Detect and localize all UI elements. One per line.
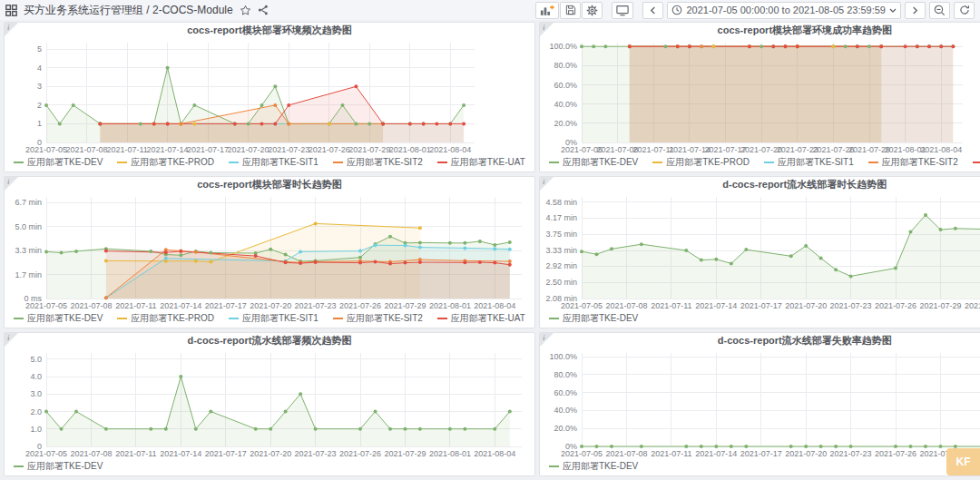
legend-item[interactable]: 应用部署TKE-SIT1 — [229, 156, 318, 169]
save-dashboard-button[interactable] — [560, 2, 581, 19]
legend-series-label: 应用部署TKE-SIT2 — [347, 312, 423, 325]
svg-text:2021-08-04: 2021-08-04 — [429, 145, 471, 154]
svg-text:5.0 min: 5.0 min — [15, 222, 42, 231]
svg-text:2021-08-01: 2021-08-01 — [429, 301, 471, 310]
refresh-dashboard-button[interactable] — [954, 2, 975, 19]
svg-text:2021-07-26: 2021-07-26 — [339, 301, 381, 310]
legend-item[interactable]: 应用部署TKE-DEV — [14, 312, 103, 325]
add-panel-button[interactable] — [535, 2, 559, 19]
time-range-forward-button[interactable] — [905, 2, 926, 19]
svg-text:2021-07-05: 2021-07-05 — [561, 449, 603, 458]
legend-series-dash-icon — [549, 318, 559, 319]
legend-item[interactable]: 应用部署TKE-PROD — [117, 156, 214, 169]
legend-series-dash-icon — [229, 162, 239, 163]
panel-info-corner[interactable]: i — [540, 333, 554, 347]
svg-text:2021-07-26: 2021-07-26 — [875, 449, 916, 458]
panel-title[interactable]: cocs-report模块部署环境成功率趋势图 — [540, 23, 980, 37]
info-icon: i — [7, 23, 10, 32]
legend-series-dash-icon — [764, 162, 774, 163]
dashboard-settings-button[interactable] — [582, 2, 603, 19]
panel-title[interactable]: d-cocs-report流水线部署时长趋势图 — [540, 177, 980, 191]
chart-pipeline-deploy-frequency[interactable]: 01.02.03.04.05.02021-07-052021-07-082021… — [5, 348, 534, 460]
svg-text:2.50 min: 2.50 min — [545, 278, 577, 287]
cycle-view-mode-button[interactable] — [612, 2, 633, 19]
legend-series-label: 应用部署TKE-DEV — [563, 312, 638, 325]
legend-series-label: 应用部署TKE-SIT1 — [242, 156, 318, 169]
chevron-down-icon — [889, 8, 897, 13]
legend-item[interactable]: 应用部署TKE-SIT2 — [333, 312, 423, 325]
add-panel-icon — [540, 5, 554, 16]
svg-text:2021-07-23: 2021-07-23 — [829, 301, 871, 310]
legend-series-dash-icon — [14, 465, 24, 467]
chart-module-deploy-env-success-rate[interactable]: 0%20.0%40.0%60.0%80.0%100.0%2021-07-0520… — [540, 37, 980, 156]
legend: 应用部署TKE-DEV应用部署TKE-PROD应用部署TKE-SIT1应用部署T… — [5, 312, 534, 328]
kf-badge[interactable]: KF — [946, 448, 980, 475]
legend-item[interactable]: 应用部署TKE-DEV — [14, 460, 103, 473]
legend-series-dash-icon — [333, 162, 343, 163]
legend-item[interactable]: 应用部署TKE-PROD — [652, 156, 750, 169]
breadcrumb: 买方业务系统运行管理组 / 2-COCS-Module — [5, 3, 269, 18]
panel-title[interactable]: d-cocs-report流水线部署频次趋势图 — [5, 333, 534, 348]
chart-module-deploy-env-frequency[interactable]: 0123452021-07-052021-07-082021-07-112021… — [5, 37, 534, 156]
svg-text:2021-07-20: 2021-07-20 — [228, 145, 270, 154]
share-icon[interactable] — [258, 5, 269, 15]
tv-monitor-icon — [616, 5, 629, 16]
panel-info-corner[interactable]: i — [540, 177, 554, 191]
panel-title[interactable]: cocs-report模块部署环境频次趋势图 — [5, 23, 534, 37]
legend-item[interactable]: 应用部署TKE-SIT1 — [229, 312, 318, 325]
svg-text:4: 4 — [37, 64, 42, 73]
svg-text:2021-07-23: 2021-07-23 — [268, 145, 309, 154]
svg-text:2021-07-29: 2021-07-29 — [384, 449, 426, 458]
panel-title[interactable]: cocs-report模块部署时长趋势图 — [5, 177, 534, 191]
legend-item[interactable]: 应用部署TKE-PROD — [117, 312, 214, 325]
time-range-back-button[interactable] — [642, 2, 663, 19]
dashboard-title[interactable]: 买方业务系统运行管理组 / 2-COCS-Module — [24, 3, 233, 18]
chart-module-deploy-duration[interactable]: 0 ms1.7 min3.3 min5.0 min6.7 min2021-07-… — [5, 191, 534, 312]
svg-text:4.0: 4.0 — [30, 372, 42, 381]
panel-title[interactable]: d-cocs-report流水线部署失败率趋势图 — [540, 333, 980, 348]
svg-text:2021-07-11: 2021-07-11 — [115, 301, 156, 310]
legend-item[interactable]: 应用部署TKE-DEV — [549, 312, 638, 325]
legend-item[interactable]: 应用部署TKE-UAT — [437, 312, 525, 325]
chart-pipeline-deploy-duration[interactable]: 2.08 min2.50 min2.92 min3.33 min3.75 min… — [540, 191, 980, 312]
svg-text:2021-07-14: 2021-07-14 — [147, 145, 189, 154]
legend-item[interactable]: 应用部署TKE-SIT2 — [868, 156, 958, 169]
panel-info-corner[interactable]: i — [5, 333, 18, 347]
chart-pipeline-deploy-failure-rate[interactable]: 0%20.0%40.0%60.0%80.0%100.0%2021-07-0520… — [540, 348, 980, 460]
panel-info-corner[interactable]: i — [540, 23, 554, 36]
legend-item[interactable]: 应用部署TKE-SIT2 — [333, 156, 423, 169]
panel-info-corner[interactable]: i — [5, 23, 18, 36]
svg-text:2021-07-20: 2021-07-20 — [785, 301, 827, 310]
zoom-out-time-button[interactable] — [929, 2, 950, 19]
svg-text:20.0%: 20.0% — [554, 119, 577, 128]
panel-module-deploy-env-frequency: i cocs-report模块部署环境频次趋势图 0123452021-07-0… — [4, 22, 535, 172]
legend-series-label: 应用部署TKE-DEV — [563, 156, 638, 169]
svg-text:3.75 min: 3.75 min — [545, 230, 577, 239]
legend-item[interactable]: 应用部署TKE-DEV — [549, 156, 638, 169]
legend: 应用部署TKE-DEV应用部署TKE-PROD应用部署TKE-SIT1应用部署T… — [5, 156, 534, 171]
panel-module-deploy-duration: i cocs-report模块部署时长趋势图 0 ms1.7 min3.3 mi… — [4, 176, 535, 328]
legend-series-label: 应用部署TKE-DEV — [27, 312, 103, 325]
svg-text:2021-07-20: 2021-07-20 — [785, 449, 827, 458]
legend-item[interactable]: 应用部署TKE-UAT — [973, 156, 980, 169]
svg-text:2021-07-17: 2021-07-17 — [740, 449, 782, 458]
star-icon[interactable] — [240, 5, 251, 16]
svg-text:40.0%: 40.0% — [554, 100, 577, 109]
svg-text:2021-07-17: 2021-07-17 — [205, 301, 247, 310]
legend-series-label: 应用部署TKE-PROD — [666, 156, 750, 169]
time-range-picker[interactable]: 2021-07-05 00:00:00 to 2021-08-05 23:59:… — [667, 2, 901, 19]
legend-item[interactable]: 应用部署TKE-UAT — [437, 156, 525, 169]
legend-item[interactable]: 应用部署TKE-DEV — [549, 460, 638, 473]
svg-text:2021-07-17: 2021-07-17 — [205, 449, 247, 458]
legend-series-label: 应用部署TKE-SIT1 — [778, 156, 854, 169]
panel-info-corner[interactable]: i — [5, 177, 18, 191]
svg-text:2021-07-14: 2021-07-14 — [695, 301, 737, 310]
legend-series-dash-icon — [652, 162, 662, 163]
svg-text:80.0%: 80.0% — [554, 370, 577, 379]
legend-item[interactable]: 应用部署TKE-SIT1 — [764, 156, 854, 169]
legend-series-dash-icon — [549, 465, 559, 467]
svg-text:4.17 min: 4.17 min — [545, 213, 577, 222]
chevron-right-icon — [912, 6, 918, 15]
svg-text:2021-07-11: 2021-07-11 — [651, 301, 691, 310]
legend-item[interactable]: 应用部署TKE-DEV — [14, 156, 103, 169]
